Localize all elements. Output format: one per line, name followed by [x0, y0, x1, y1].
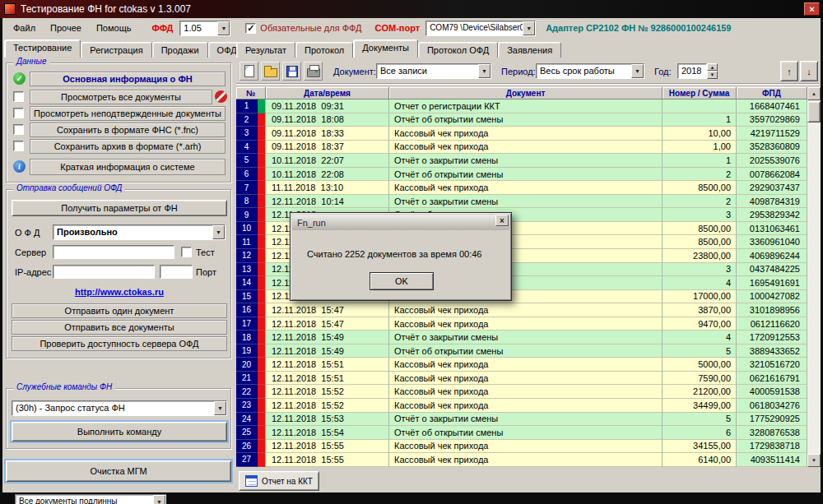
chevron-down-icon[interactable]: ▼: [523, 21, 535, 35]
table-row[interactable]: 8 12.11.2018 10:14 Отчёт о закрытии смен…: [236, 195, 807, 209]
view-unconfirmed-checkbox[interactable]: [13, 108, 24, 118]
command-combobox[interactable]: (30h) - Запрос статуса ФН ▼: [12, 400, 227, 416]
cell-fpd: 0131063461: [737, 222, 807, 236]
row-status-stripe: [258, 453, 266, 467]
check-ofd-server-button[interactable]: Проверить доступность сервера ОФД: [12, 336, 227, 351]
table-row[interactable]: 24 12.11.2018 15:53 Отчёт о закрытии сме…: [236, 413, 807, 427]
test-checkbox[interactable]: [181, 247, 192, 257]
ip-input[interactable]: [53, 265, 155, 279]
dialog-close-icon[interactable]: ×: [495, 215, 509, 226]
kkt-report-button[interactable]: Отчет на ККТ: [239, 471, 319, 491]
dialog-ok-button[interactable]: OK: [370, 272, 434, 290]
table-row[interactable]: 22 12.11.2018 15:52 Кассовый чек прихода…: [236, 385, 807, 399]
scroll-down-icon[interactable]: ▼: [807, 454, 821, 467]
row-number: 5: [236, 154, 258, 168]
print-button[interactable]: [304, 62, 323, 81]
tab[interactable]: Результат: [236, 42, 295, 58]
new-document-button[interactable]: [239, 62, 258, 81]
chevron-down-icon[interactable]: ▼: [631, 64, 644, 78]
chevron-down-icon[interactable]: ▼: [214, 401, 226, 415]
table-row[interactable]: 1 09.11.2018 09:31 Отчет о регистрации К…: [236, 99, 807, 113]
row-number: 18: [236, 331, 258, 344]
chevron-down-icon[interactable]: ▼: [478, 64, 491, 78]
table-row[interactable]: 7 11.11.2018 13:10 Кассовый чек прихода …: [236, 181, 807, 195]
menu-file[interactable]: Файл: [6, 20, 43, 36]
tab[interactable]: Протокол ОФД: [418, 42, 498, 58]
table-row[interactable]: 23 12.11.2018 15:52 Кассовый чек прихода…: [236, 399, 807, 413]
tab[interactable]: Тестирование: [4, 39, 81, 58]
close-button[interactable]: ×: [804, 2, 820, 16]
table-row[interactable]: 25 12.11.2018 15:54 Отчёт об открытии см…: [236, 426, 807, 440]
save-button[interactable]: [282, 62, 301, 81]
send-one-doc-button[interactable]: Отправить один документ: [12, 303, 227, 318]
cell-datetime: 12.11.2018 15:49: [266, 331, 389, 344]
documents-validity-combobox[interactable]: Все документы подлинны ▼: [15, 494, 166, 504]
port-input[interactable]: [160, 265, 193, 279]
chevron-down-icon[interactable]: ▼: [212, 225, 225, 239]
com-port-combobox[interactable]: COM79 \Device\Silabser0 ▼: [425, 21, 536, 36]
table-row[interactable]: 16 12.11.2018 15:47 Кассовый чек прихода…: [236, 303, 807, 317]
year-spinner[interactable]: 2018: [677, 63, 707, 79]
table-row[interactable]: 5 10.11.2018 22:07 Отчёт о закрытии смен…: [236, 154, 807, 168]
tab[interactable]: Документы: [353, 39, 418, 58]
view-all-docs-button[interactable]: Просмотреть все документы: [30, 90, 212, 104]
menu-help[interactable]: Помощь: [89, 20, 139, 36]
main-fn-info-button[interactable]: Основная информация о ФН: [30, 72, 226, 86]
table-row[interactable]: 27 12.11.2018 15:55 Кассовый чек прихода…: [236, 453, 807, 467]
scroll-bottom-button[interactable]: ↓: [800, 61, 818, 81]
table-row[interactable]: 18 12.11.2018 15:49 Отчёт о закрытии сме…: [236, 331, 807, 344]
tab[interactable]: Регистрация: [81, 42, 151, 58]
ctokas-link[interactable]: http://www.ctokas.ru: [7, 287, 232, 297]
document-filter-combobox[interactable]: Все записи ▼: [376, 63, 491, 79]
tab[interactable]: Заявления: [498, 42, 561, 58]
cell-document: Отчет о регистрации ККТ: [389, 99, 663, 113]
cell-fpd: 3210516720: [737, 358, 807, 372]
table-row[interactable]: 17 12.11.2018 15:47 Кассовый чек прихода…: [236, 317, 807, 331]
chevron-down-icon[interactable]: ▼: [217, 21, 230, 35]
cell-datetime: 09.11.2018 09:31: [266, 99, 389, 113]
row-number: 10: [236, 222, 258, 236]
period-combobox[interactable]: Весь срок работы ▼: [536, 63, 644, 79]
table-row[interactable]: 3 09.11.2018 18:33 Кассовый чек прихода …: [236, 127, 807, 141]
scroll-top-button[interactable]: ↑: [780, 61, 798, 81]
table-row[interactable]: 26 12.11.2018 15:55 Кассовый чек прихода…: [236, 440, 807, 454]
scroll-up-icon[interactable]: ▲: [807, 87, 821, 100]
ofd-combobox[interactable]: Произвольно ▼: [53, 224, 226, 240]
row-status-stripe: [258, 358, 266, 372]
vertical-scrollbar[interactable]: ▲ ▼: [807, 87, 821, 467]
execute-command-button[interactable]: Выполнить команду: [12, 422, 227, 442]
table-row[interactable]: 19 12.11.2018 15:49 Отчёт об открытии см…: [236, 344, 807, 358]
open-button[interactable]: [261, 62, 280, 81]
info-icon: i: [13, 160, 26, 173]
cell-fpd: 4098784319: [737, 195, 807, 209]
table-row[interactable]: 20 12.11.2018 15:51 Кассовый чек прихода…: [236, 358, 807, 372]
port-label: Порт: [196, 267, 216, 277]
view-unconfirmed-button[interactable]: Просмотреть неподтвержденные документы: [30, 106, 226, 121]
save-arh-checkbox[interactable]: [13, 141, 24, 151]
table-row[interactable]: 2 09.11.2018 18:08 Отчёт об открытии сме…: [236, 113, 807, 127]
tab[interactable]: Продажи: [152, 42, 208, 58]
row-status-stripe: [258, 385, 266, 399]
ffd-combobox[interactable]: 1.05 ▼: [179, 21, 230, 36]
year-down-icon[interactable]: ▼: [707, 71, 718, 79]
mandatory-ffd-checkbox[interactable]: ✓: [245, 23, 256, 34]
scrollbar-thumb[interactable]: [807, 101, 821, 123]
chevron-down-icon[interactable]: ▼: [153, 495, 165, 504]
save-fnc-button[interactable]: Сохранить в формате ФНС (*.fnc): [30, 123, 226, 137]
send-all-docs-button[interactable]: Отправить все документы: [12, 320, 227, 335]
server-input[interactable]: [53, 245, 174, 259]
service-commands-groupbox: Служебные команды ФН (30h) - Запрос стат…: [6, 388, 231, 449]
table-row[interactable]: 4 09.11.2018 18:37 Кассовый чек прихода …: [236, 141, 807, 155]
table-row[interactable]: 21 12.11.2018 15:51 Кассовый чек прихода…: [236, 372, 807, 386]
clear-mgm-button[interactable]: Очистка МГМ: [6, 460, 231, 482]
system-brief-info-button[interactable]: Краткая информация о системе: [30, 159, 226, 175]
view-all-docs-checkbox[interactable]: [13, 91, 24, 102]
get-fn-params-button[interactable]: Получить параметры от ФН: [12, 200, 227, 216]
save-arh-button[interactable]: Сохранить архив в формате (*.arh): [30, 139, 226, 154]
menu-other[interactable]: Прочее: [43, 20, 89, 36]
save-fnc-checkbox[interactable]: [13, 124, 24, 135]
tab[interactable]: Протокол: [295, 42, 353, 58]
year-up-icon[interactable]: ▲: [707, 63, 718, 71]
cell-number-sum: 6140,00: [663, 453, 737, 467]
table-row[interactable]: 6 10.11.2018 22:08 Отчёт об открытии сме…: [236, 168, 807, 182]
